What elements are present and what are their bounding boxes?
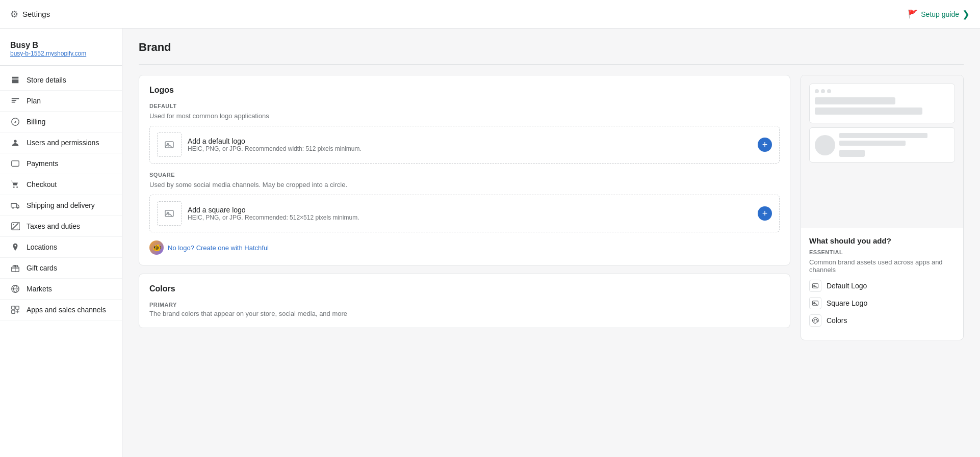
nav-item-payments[interactable]: Payments bbox=[0, 153, 122, 174]
main-content: Brand Logos DEFAULT Used for most common… bbox=[122, 29, 980, 457]
mockup-btn-1 bbox=[839, 150, 865, 157]
add-square-logo-button[interactable]: + bbox=[758, 206, 772, 221]
checklist-square-logo-label: Square Logo bbox=[827, 299, 867, 307]
billing-label: Billing bbox=[27, 118, 45, 126]
checklist-colors-icon bbox=[809, 314, 821, 327]
store-url[interactable]: busy-b-1552.myshopify.com bbox=[10, 50, 112, 57]
checkout-icon bbox=[10, 179, 20, 190]
square-logo-upload-left: Add a square logo HEIC, PNG, or JPG. Rec… bbox=[157, 201, 359, 226]
nav-item-plan[interactable]: Plan bbox=[0, 91, 122, 112]
billing-icon bbox=[10, 117, 20, 127]
svg-rect-2 bbox=[12, 161, 19, 167]
what-title: What should you add? bbox=[809, 236, 955, 245]
nav-item-store-details[interactable]: Store details bbox=[0, 70, 122, 91]
essential-label: ESSENTIAL bbox=[809, 249, 955, 255]
checklist-item-square-logo: Square Logo bbox=[809, 297, 955, 309]
svg-point-25 bbox=[816, 319, 816, 320]
primary-colors-desc: The brand colors that appear on your sto… bbox=[149, 310, 780, 317]
markets-label: Markets bbox=[27, 285, 52, 293]
svg-point-6 bbox=[12, 207, 14, 209]
mockup-lines bbox=[839, 133, 949, 157]
mockup-bar-1 bbox=[815, 97, 895, 104]
square-logo-upload-info: Add a square logo HEIC, PNG, or JPG. Rec… bbox=[188, 206, 359, 221]
chevron-right-icon: ❯ bbox=[962, 9, 970, 20]
svg-rect-17 bbox=[165, 210, 173, 217]
page-title: Brand bbox=[139, 41, 964, 54]
right-panel: What should you add? ESSENTIAL Common br… bbox=[801, 75, 964, 340]
nav-item-locations[interactable]: Locations bbox=[0, 237, 122, 258]
default-section-desc: Used for most common logo applications bbox=[149, 112, 780, 120]
what-panel: What should you add? ESSENTIAL Common br… bbox=[801, 228, 963, 340]
flag-icon: 🚩 bbox=[908, 9, 918, 19]
hatchful-link-text[interactable]: No logo? Create one with Hatchful bbox=[168, 244, 269, 252]
nav-item-users-permissions[interactable]: Users and permissions bbox=[0, 132, 122, 153]
nav-item-checkout[interactable]: Checkout bbox=[0, 174, 122, 195]
svg-point-24 bbox=[815, 319, 815, 320]
square-logo-placeholder bbox=[157, 201, 182, 226]
svg-rect-19 bbox=[812, 284, 818, 288]
topbar-left: ⚙ Settings bbox=[10, 9, 50, 20]
default-logo-hint: HEIC, PNG, or JPG. Recommended width: 51… bbox=[188, 145, 362, 152]
mockup-bar-2 bbox=[815, 107, 922, 115]
payments-label: Payments bbox=[27, 159, 58, 168]
shipping-delivery-label: Shipping and delivery bbox=[27, 201, 95, 209]
checkout-label: Checkout bbox=[27, 180, 57, 189]
gift-cards-label: Gift cards bbox=[27, 264, 57, 272]
svg-point-1 bbox=[14, 140, 16, 143]
taxes-duties-icon bbox=[10, 221, 20, 231]
store-details-label: Store details bbox=[27, 76, 66, 84]
content-grid: Logos DEFAULT Used for most common logo … bbox=[139, 75, 964, 340]
square-section-label: SQUARE bbox=[149, 172, 780, 178]
gift-cards-icon bbox=[10, 263, 20, 273]
default-logo-title: Add a default logo bbox=[188, 137, 362, 145]
square-logo-title: Add a square logo bbox=[188, 206, 359, 214]
nav-item-apps-sales-channels[interactable]: Apps and sales channels bbox=[0, 300, 122, 320]
locations-label: Locations bbox=[27, 243, 57, 251]
mockup-dot-2 bbox=[821, 89, 825, 93]
svg-rect-5 bbox=[11, 203, 17, 207]
nav-item-gift-cards[interactable]: Gift cards bbox=[0, 258, 122, 279]
settings-icon: ⚙ bbox=[10, 9, 18, 20]
hatchful-link[interactable]: 🐠 No logo? Create one with Hatchful bbox=[149, 240, 780, 255]
mockup-browser-dots bbox=[815, 89, 949, 93]
apps-sales-channels-icon bbox=[10, 305, 20, 315]
mockup-mobile bbox=[809, 127, 955, 163]
checklist-default-logo-label: Default Logo bbox=[827, 282, 867, 290]
nav-item-taxes-duties[interactable]: Taxes and duties bbox=[0, 216, 122, 237]
square-logo-upload[interactable]: Add a square logo HEIC, PNG, or JPG. Rec… bbox=[149, 195, 780, 232]
plan-label: Plan bbox=[27, 97, 41, 105]
settings-label: Settings bbox=[22, 10, 50, 18]
checklist-item-colors: Colors bbox=[809, 314, 955, 327]
default-section-label: DEFAULT bbox=[149, 103, 780, 109]
mockup-btn-row bbox=[839, 150, 949, 157]
users-permissions-icon bbox=[10, 138, 20, 148]
logo-upload-info: Add a default logo HEIC, PNG, or JPG. Re… bbox=[188, 137, 362, 152]
mockup-browser bbox=[809, 84, 955, 123]
mockup-dot-3 bbox=[827, 89, 831, 93]
topbar: ⚙ Settings 🚩 Setup guide ❯ bbox=[0, 0, 980, 29]
preview-mockup bbox=[801, 75, 963, 228]
checklist-square-logo-icon bbox=[809, 297, 821, 309]
mockup-dot-1 bbox=[815, 89, 819, 93]
nav-item-shipping-delivery[interactable]: Shipping and delivery bbox=[0, 195, 122, 216]
nav-item-billing[interactable]: Billing bbox=[0, 112, 122, 132]
colors-card-title: Colors bbox=[149, 284, 780, 293]
store-name: Busy B bbox=[10, 41, 112, 50]
svg-rect-21 bbox=[812, 301, 818, 305]
left-column: Logos DEFAULT Used for most common logo … bbox=[139, 75, 790, 340]
colors-card: Colors PRIMARY The brand colors that app… bbox=[139, 274, 790, 328]
essential-desc: Common brand assets used across apps and… bbox=[809, 258, 955, 274]
layout: Busy B busy-b-1552.myshopify.com Store d… bbox=[0, 29, 980, 457]
sidebar: Busy B busy-b-1552.myshopify.com Store d… bbox=[0, 29, 122, 457]
taxes-duties-label: Taxes and duties bbox=[27, 222, 80, 230]
svg-point-7 bbox=[17, 207, 19, 209]
default-logo-upload[interactable]: Add a default logo HEIC, PNG, or JPG. Re… bbox=[149, 126, 780, 164]
nav-item-markets[interactable]: Markets bbox=[0, 279, 122, 300]
add-default-logo-button[interactable]: + bbox=[758, 138, 772, 152]
hatchful-icon: 🐠 bbox=[149, 240, 164, 255]
setup-guide-button[interactable]: 🚩 Setup guide ❯ bbox=[908, 9, 970, 20]
svg-rect-15 bbox=[165, 142, 173, 148]
checklist-colors-label: Colors bbox=[827, 316, 847, 325]
svg-point-3 bbox=[13, 186, 15, 188]
payments-icon bbox=[10, 158, 20, 169]
